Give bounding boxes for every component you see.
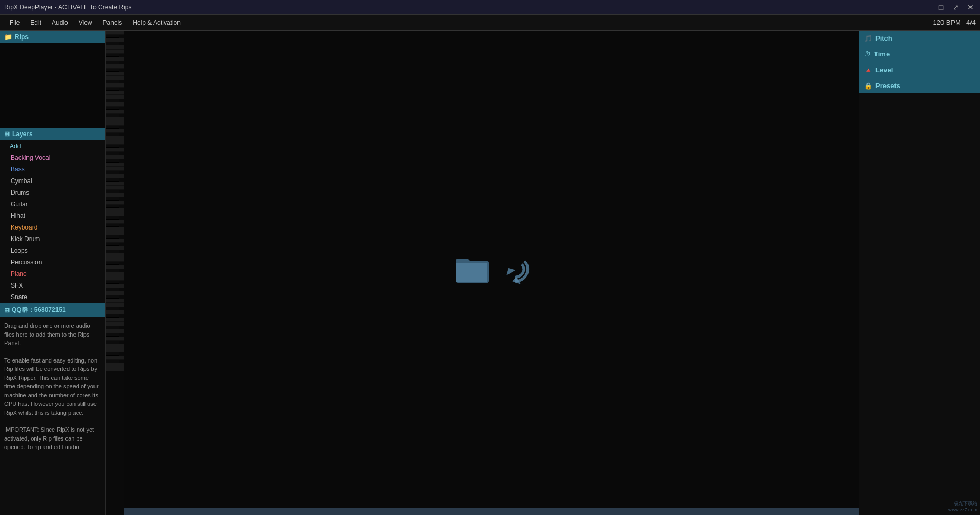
menu-audio[interactable]: Audio xyxy=(46,17,73,28)
add-icon: + xyxy=(4,142,8,150)
menu-edit[interactable]: Edit xyxy=(25,17,46,28)
level-panel-item[interactable]: 🔺 Level xyxy=(859,62,980,78)
layer-item-percussion[interactable]: Percussion xyxy=(0,256,105,268)
presets-label: Presets xyxy=(875,82,900,90)
layer-item-snare[interactable]: Snare xyxy=(0,291,105,303)
bpm-display: 120 BPM xyxy=(932,18,960,26)
info-text-1: Drag and drop one or more audio files he… xyxy=(0,317,105,352)
rips-panel-content xyxy=(0,43,105,128)
layers-label: Layers xyxy=(12,130,33,138)
piano-keys-strip xyxy=(106,31,124,515)
watermark-line1: 极光下载站 xyxy=(948,500,977,507)
watermark-line2: www.zz7.com xyxy=(948,507,977,512)
menu-bar: File Edit Audio View Panels Help & Activ… xyxy=(0,15,980,31)
layer-item-kick-drum[interactable]: Kick Drum xyxy=(0,233,105,245)
layer-item-loops[interactable]: Loops xyxy=(0,245,105,256)
layer-item-bass[interactable]: Bass xyxy=(0,164,105,175)
menu-panels[interactable]: Panels xyxy=(98,17,128,28)
menu-view[interactable]: View xyxy=(73,17,98,28)
layer-item-keyboard[interactable]: Keyboard xyxy=(0,222,105,233)
back-arrow-icon xyxy=(501,255,530,284)
layer-item-guitar[interactable]: Guitar xyxy=(0,198,105,210)
time-label: Time xyxy=(874,50,890,58)
presets-icon: 🔒 xyxy=(864,82,872,90)
time-signature-display: 4/4 xyxy=(966,18,976,26)
layers-panel-header[interactable]: ⊞ Layers xyxy=(0,128,105,140)
info-text-2: To enable fast and easy editing, non-Rip… xyxy=(0,352,105,422)
menu-file[interactable]: File xyxy=(4,17,25,28)
add-label: Add xyxy=(10,142,21,150)
layers-icon: ⊞ xyxy=(4,130,10,138)
layer-item-hihat[interactable]: Hihat xyxy=(0,210,105,222)
bottom-scrollbar[interactable] xyxy=(124,508,859,515)
left-sidebar: 📁 Rips ⊞ Layers + Add Backing Vocal Bass… xyxy=(0,31,106,515)
drop-zone[interactable] xyxy=(124,31,859,508)
restore-button[interactable]: □ xyxy=(936,3,946,12)
right-panel: 🎵 Pitch ⏱ Time 🔺 Level 🔒 Presets xyxy=(859,31,980,515)
expand-button[interactable]: ⤢ xyxy=(950,3,961,12)
qq-label: QQ群：568072151 xyxy=(12,306,66,314)
watermark: 极光下载站 www.zz7.com xyxy=(948,500,977,512)
close-button[interactable]: ✕ xyxy=(965,3,976,12)
level-icon: 🔺 xyxy=(864,66,872,74)
title-bar-title: RipX DeepPlayer - ACTIVATE To Create Rip… xyxy=(4,4,131,11)
add-layer-button[interactable]: + Add xyxy=(0,140,105,152)
main-layout: 📁 Rips ⊞ Layers + Add Backing Vocal Bass… xyxy=(0,31,980,515)
time-icon: ⏱ xyxy=(864,51,871,58)
main-content[interactable] xyxy=(124,31,859,515)
folder-icon xyxy=(453,253,490,285)
info-text-3: IMPORTANT: Since RipX is not yet activat… xyxy=(0,421,105,456)
pitch-panel-item[interactable]: 🎵 Pitch xyxy=(859,31,980,46)
rips-label: Rips xyxy=(15,33,29,41)
layer-item-cymbal[interactable]: Cymbal xyxy=(0,175,105,187)
layer-item-backing-vocal[interactable]: Backing Vocal xyxy=(0,152,105,164)
title-bar-controls: — □ ⤢ ✕ xyxy=(921,3,976,12)
time-panel-item[interactable]: ⏱ Time xyxy=(859,46,980,62)
pitch-label: Pitch xyxy=(875,34,892,42)
qq-icon: ⊞ xyxy=(4,307,10,314)
menu-items: File Edit Audio View Panels Help & Activ… xyxy=(4,17,186,28)
layer-item-piano[interactable]: Piano xyxy=(0,268,105,280)
layer-item-drums[interactable]: Drums xyxy=(0,187,105,198)
layer-item-sfx[interactable]: SFX xyxy=(0,280,105,291)
menu-help[interactable]: Help & Activation xyxy=(127,17,186,28)
folder-icon: 📁 xyxy=(4,33,12,41)
rips-panel-header[interactable]: 📁 Rips xyxy=(0,31,105,43)
level-label: Level xyxy=(875,66,893,74)
pitch-icon: 🎵 xyxy=(864,35,872,42)
title-bar: RipX DeepPlayer - ACTIVATE To Create Rip… xyxy=(0,0,980,15)
presets-panel-item[interactable]: 🔒 Presets xyxy=(859,78,980,93)
qq-panel: ⊞ QQ群：568072151 xyxy=(0,303,105,317)
minimize-button[interactable]: — xyxy=(921,3,931,12)
